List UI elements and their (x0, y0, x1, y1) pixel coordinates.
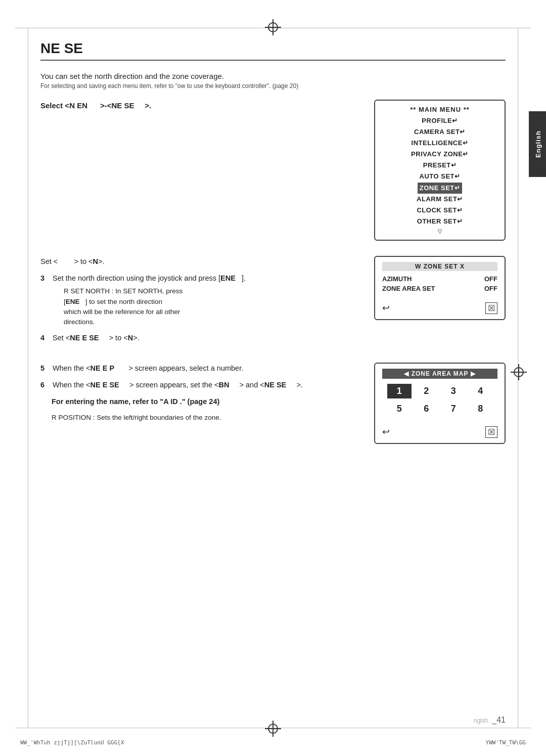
hdivider-rb (518, 728, 531, 728)
zone-cell-1: 1 (387, 384, 412, 398)
r-position-note: R POSITION : Sets the left/right boundar… (52, 413, 359, 423)
menu-item-privacy: PRIVACY ZONE↵ (382, 149, 497, 160)
step3-note: R SET NORTH : In SET NORTH, press [ENE ]… (64, 286, 246, 327)
azimuth-label: AZIMUTH (382, 275, 412, 283)
hdivider-rt (518, 28, 531, 28)
zone-cell-4: 4 (469, 384, 493, 398)
crosshair-right (511, 364, 527, 380)
zone-cell-7: 7 (441, 402, 466, 416)
zone-cell-8: 8 (469, 402, 493, 416)
step5-content: When the <NE E P > screen appears, selec… (53, 363, 243, 374)
azimuth-value: OFF (484, 275, 497, 283)
menu-title: ** MAIN MENU ** (382, 106, 497, 113)
crosshair-top (265, 19, 281, 35)
zone-area-value: OFF (484, 285, 497, 292)
step6-num: 6 (40, 379, 49, 391)
menu-item-profile: PROFILE↵ (382, 115, 497, 126)
zone-cell-3: 3 (441, 384, 466, 398)
zone-azimuth-row: AZIMUTH OFF (382, 275, 497, 283)
section-steps5-6: 5 When the <NE E P > screen appears, sel… (40, 363, 506, 444)
zone-set-screen: W ZONE SET X AZIMUTH OFF ZONE AREA SET O… (374, 256, 506, 320)
step4-num: 4 (40, 332, 49, 344)
zone-set-header: W ZONE SET X (382, 262, 497, 271)
zone-cell-2: 2 (415, 384, 439, 398)
border-left (28, 28, 28, 728)
menu-item-zoneset: ZONE SET↵ (418, 183, 463, 194)
zone-area-row: ZONE AREA SET OFF (382, 285, 497, 292)
zone-area-grid: 1 2 3 4 5 6 7 8 (382, 384, 497, 416)
select-line: Select <N EN >-<NE SE >. (40, 100, 359, 112)
zone-set-footer: ↩ ☒ (382, 302, 497, 314)
bold-note: For entering the name, refer to "A ID ."… (52, 396, 359, 408)
step3-content: Set the north direction using the joysti… (53, 273, 246, 327)
page-footer: nglsh _41 (474, 716, 506, 725)
return-icon-2: ↩ (382, 426, 390, 437)
step4-block: 4 Set <NE E SE > to <N>. (40, 332, 359, 344)
zone-cell-6: 6 (415, 402, 439, 416)
main-menu-screen: ** MAIN MENU ** PROFILE↵ CAMERA SET↵ INT… (374, 100, 506, 241)
main-content: NE SE You can set the north direction an… (40, 40, 506, 716)
zone-area-header: ◀ ZONE AREA MAP ▶ (382, 369, 497, 379)
step5-block: 5 When the <NE E P > screen appears, sel… (40, 363, 359, 374)
crosshair-circle-2 (514, 367, 524, 377)
section-step1: Select <N EN >-<NE SE >. ** MAIN MENU **… (40, 100, 506, 241)
step4-content: Set <NE E SE > to <N>. (53, 332, 140, 344)
zone-area-footer: ↩ ☒ (382, 426, 497, 438)
intro-main: You can set the north direction and the … (40, 72, 506, 80)
crosshair-circle (268, 22, 278, 32)
crosshair-bottom (265, 721, 281, 737)
zone-area-screen: ◀ ZONE AREA MAP ▶ 1 2 3 4 5 6 7 8 ↩ ☒ (374, 363, 506, 444)
step6-content: When the <NE E SE > screen appears, set … (53, 379, 303, 391)
english-tab: English (529, 111, 546, 177)
step1-text: Select <N EN >-<NE SE >. (40, 100, 359, 120)
step5-num: 5 (40, 363, 49, 374)
hdivider-lt (15, 28, 28, 28)
menu-item-camera: CAMERA SET↵ (382, 126, 497, 138)
select-label: Select <N EN >-<NE SE >. (40, 101, 151, 110)
step2-line: Set < > to <N>. (40, 256, 359, 268)
menu-item-preset: PRESET↵ (382, 160, 497, 171)
hdivider-lb (15, 728, 28, 728)
step3-block: 3 Set the north direction using the joys… (40, 273, 359, 327)
steps5-6-text: 5 When the <NE E P > screen appears, sel… (40, 363, 359, 423)
zone-cell-5: 5 (387, 402, 412, 416)
footer-left: WW_'WhTuh zjjTj][\ZuTlunU GGG[X (20, 739, 124, 746)
menu-item-autoset: AUTO SET↵ (382, 171, 497, 182)
menu-item-otherset: OTHER SET↵ (382, 216, 497, 227)
step6-block: 6 When the <NE E SE > screen appears, se… (40, 379, 359, 391)
intro-note: For selecting and saving each menu item,… (40, 82, 506, 90)
menu-item-clockset: CLOCK SET↵ (382, 205, 497, 216)
menu-arrow: ▽ (382, 228, 497, 235)
footer-right: YWW'TW_TW\GG (486, 739, 526, 746)
menu-item-alarmset: ALARM SET↵ (382, 194, 497, 205)
x-icon-2: ☒ (485, 426, 497, 438)
x-icon: ☒ (485, 302, 497, 314)
crosshair-circle-3 (268, 724, 278, 734)
page-number: _41 (492, 716, 506, 724)
section-steps2-4: Set < > to <N>. 3 Set the north directio… (40, 256, 506, 347)
steps2-4-text: Set < > to <N>. 3 Set the north directio… (40, 256, 359, 347)
menu-item-intelligence: INTELLIGENCE↵ (382, 138, 497, 149)
return-icon: ↩ (382, 302, 390, 314)
step3-num: 3 (40, 273, 49, 327)
page-title: NE SE (40, 40, 506, 61)
english-tab-label: English (534, 130, 542, 158)
bottom-text: WW_'WhTuh zjjTj][\ZuTlunU GGG[X YWW'TW_T… (0, 739, 546, 746)
page-number-prefix: nglsh (474, 717, 488, 724)
zone-area-label: ZONE AREA SET (382, 285, 435, 292)
